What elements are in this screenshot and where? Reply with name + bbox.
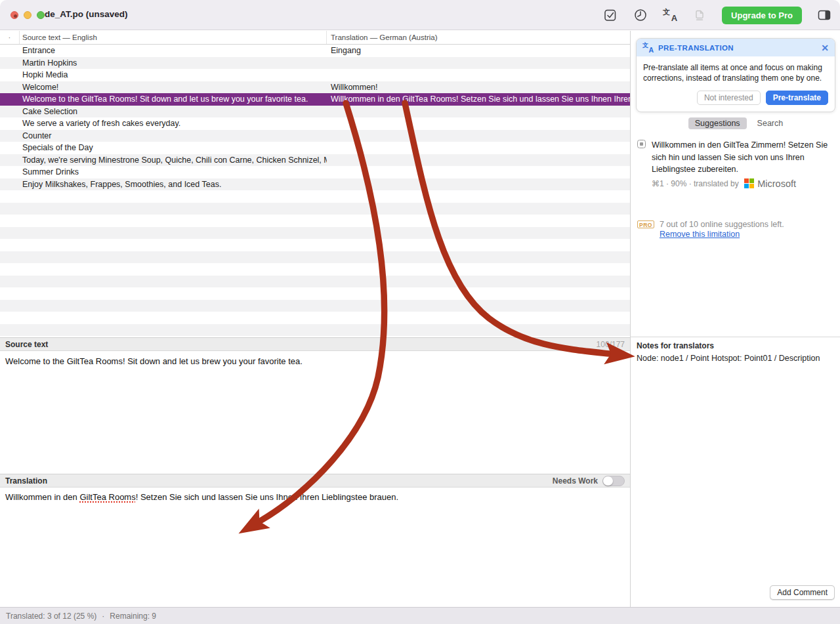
source-text-view: Welcome to the GiltTea Rooms! Sit down a… (0, 352, 630, 474)
table-row[interactable]: Entrance Eingang (0, 45, 630, 57)
pretranslate-button[interactable]: Pre-translate (766, 91, 828, 105)
row-source-text: Welcome to the GiltTea Rooms! Sit down a… (20, 94, 327, 104)
table-row[interactable]: Welcome! Willkommen! (0, 81, 630, 94)
translate-icon: 文A (642, 43, 654, 52)
add-comment-button[interactable]: Add Comment (770, 585, 835, 600)
tab-search[interactable]: Search (757, 119, 784, 128)
row-translation-text: Willkommen in den GiltTea Rooms! Setzen … (327, 94, 630, 104)
close-icon[interactable]: ✕ (821, 43, 829, 52)
close-window-button[interactable] (10, 11, 18, 19)
row-source-text: We serve a variety of fresh cakes everyd… (20, 119, 327, 128)
translation-editor[interactable]: Willkommen in den GiltTea Rooms! Setzen … (0, 488, 630, 607)
table-row[interactable]: Welcome to the GiltTea Rooms! Sit down a… (0, 93, 630, 106)
row-translation-text: Willkommen! (327, 83, 630, 92)
sidebar-tabs: Suggestions Search (631, 117, 840, 129)
table-row[interactable]: Today, we're serving Minestrone Soup, Qu… (0, 154, 630, 167)
traffic-lights (10, 11, 45, 19)
row-source-text: Cake Selection (20, 107, 327, 116)
notes-for-translators: Notes for translators Node: node1 / Poin… (631, 337, 840, 367)
table-row (0, 203, 630, 215)
row-source-text: Martin Hopkins (20, 58, 327, 68)
toolbar: 文A Upgrade to Pro (602, 5, 832, 26)
suggestion-text: Willkommen in den GiltTea Zimmern! Setze… (652, 140, 828, 174)
row-source-text: Hopki Media (20, 70, 327, 79)
table-header: · Source text — English Translation — Ge… (0, 31, 630, 45)
table-rows: Entrance Eingang Martin Hopkins Hopki Me… (0, 45, 630, 336)
validate-icon[interactable] (602, 7, 618, 23)
char-counter: 100/177 (597, 340, 625, 349)
source-text-pane-title: Source text (5, 340, 48, 349)
table-header-translation[interactable]: Translation — German (Austria) (327, 31, 630, 44)
table-header-source[interactable]: Source text — English (20, 31, 327, 44)
row-source-text: Counter (20, 131, 327, 140)
suggestion-meta: ⌘1 · 90% · translated by Microsoft (652, 178, 834, 189)
table-row[interactable]: Hopki Media (0, 69, 630, 81)
sidebar: 文A PRE-TRANSLATION ✕ Pre-translate all i… (630, 31, 840, 607)
table-row[interactable]: Counter (0, 130, 630, 142)
source-text-pane-header: Source text 100/177 (0, 337, 630, 351)
translation-pane-title: Translation (5, 476, 47, 486)
needs-work-label: Needs Work (553, 476, 598, 486)
row-translation-text: Eingang (327, 46, 630, 55)
table-row[interactable]: Enjoy Milkshakes, Frappes, Smoothies, an… (0, 178, 630, 191)
table-row (0, 312, 630, 324)
pretranslation-description: Pre-translate all items at once and focu… (643, 62, 828, 83)
table-header-gutter[interactable]: · (0, 31, 20, 44)
suggestion-quality-icon (637, 140, 646, 148)
pretranslation-card: 文A PRE-TRANSLATION ✕ Pre-translate all i… (636, 38, 835, 112)
not-interested-button[interactable]: Not interested (697, 91, 761, 105)
statistics-clock-icon[interactable] (633, 7, 648, 23)
table-row (0, 263, 630, 276)
table-row[interactable]: Cake Selection (0, 106, 630, 118)
translation-table: · Source text — English Translation — Ge… (0, 31, 630, 337)
title-bar: de_AT.po (unsaved) 文A (0, 0, 840, 30)
table-row[interactable]: Summer Drinks (0, 166, 630, 178)
table-row (0, 300, 630, 312)
table-row (0, 287, 630, 300)
pretranslate-icon[interactable]: 文A (663, 9, 677, 22)
table-row[interactable]: Specials of the Day (0, 142, 630, 154)
suggestions-limit: PRO 7 out of 10 online suggestions left.… (637, 220, 834, 239)
remove-limitation-link[interactable]: Remove this limitation (660, 230, 740, 239)
translation-pane-header: Translation Needs Work (0, 474, 630, 488)
sidebar-toggle-icon[interactable] (816, 7, 832, 23)
translation-text: ! Setzen Sie sich und lassen Sie uns Ihn… (136, 492, 398, 502)
row-source-text: Welcome! (20, 83, 327, 92)
translated-count: Translated: 3 of 12 (25 %) (6, 612, 96, 621)
limit-text: 7 out of 10 online suggestions left. (660, 220, 784, 229)
suggestion-meta-text: ⌘1 · 90% · translated by (652, 179, 739, 188)
minimize-window-button[interactable] (24, 11, 32, 19)
table-row[interactable]: We serve a variety of fresh cakes everyd… (0, 117, 630, 130)
tab-suggestions[interactable]: Suggestions (688, 117, 747, 129)
row-source-text: Entrance (20, 46, 327, 55)
translation-text-misspelled: GiltTea Rooms (79, 492, 135, 502)
needs-work-toggle[interactable] (602, 476, 625, 486)
window-title: de_AT.po (unsaved) (45, 9, 128, 19)
row-source-text: Enjoy Milkshakes, Frappes, Smoothies, an… (20, 180, 327, 189)
microsoft-logo-icon (744, 178, 755, 189)
poedit-window: de_AT.po (unsaved) 文A (0, 0, 840, 624)
translation-text: Willkommen in den (5, 492, 79, 502)
table-row (0, 276, 630, 288)
suggestion-provider: Microsoft (757, 178, 796, 189)
table-row (0, 215, 630, 227)
upgrade-to-pro-button[interactable]: Upgrade to Pro (722, 7, 802, 24)
pretranslation-title: PRE-TRANSLATION (658, 44, 734, 52)
table-row (0, 190, 630, 203)
status-separator: · (102, 612, 104, 621)
notes-header: Notes for translators (637, 341, 835, 350)
row-source-text: Today, we're serving Minestrone Soup, Qu… (20, 156, 327, 165)
table-row[interactable]: Martin Hopkins (0, 57, 630, 70)
suggestion-item[interactable]: Willkommen in den GiltTea Zimmern! Setze… (637, 138, 834, 189)
zoom-window-button[interactable] (37, 11, 45, 19)
remaining-count: Remaining: 9 (110, 612, 156, 621)
row-source-text: Specials of the Day (20, 143, 327, 152)
table-row (0, 227, 630, 239)
table-row (0, 324, 630, 337)
update-from-source-icon (692, 7, 707, 23)
table-row (0, 251, 630, 264)
status-bar: Translated: 3 of 12 (25 %) · Remaining: … (0, 607, 840, 624)
notes-text: Node: node1 / Point Hotspot: Point01 / D… (637, 354, 835, 363)
pro-badge: PRO (637, 220, 654, 228)
pretranslation-card-header: 文A PRE-TRANSLATION ✕ (637, 39, 835, 56)
